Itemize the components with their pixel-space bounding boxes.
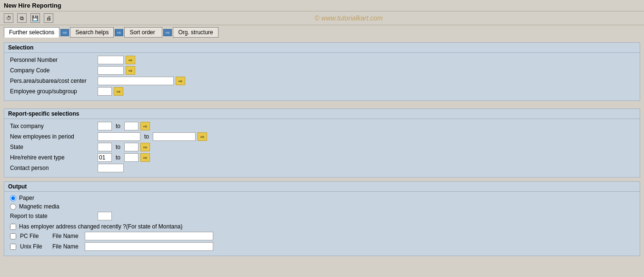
- print-icon[interactable]: 🖨: [44, 13, 53, 23]
- pers-area-row: Pers.area/subarea/cost center ⇨: [10, 77, 634, 85]
- main-content: Selection Personnel Number ⇨ Company Cod…: [0, 40, 644, 263]
- save-icon[interactable]: 💾: [30, 13, 40, 23]
- report-state-input[interactable]: [98, 212, 112, 220]
- new-employees-row: New employees in period to ⇨: [10, 132, 634, 141]
- hire-rehire-row: Hire/rehire event type to ⇨: [10, 153, 634, 162]
- new-employees-to-label: to: [144, 133, 149, 140]
- tab-sort-order-arrow: ⇨: [115, 29, 123, 36]
- personnel-number-nav-btn[interactable]: ⇨: [126, 56, 135, 64]
- employee-group-input[interactable]: [98, 87, 112, 96]
- new-employees-label: New employees in period: [10, 133, 96, 140]
- tab-further-selections[interactable]: Further selections: [4, 27, 59, 38]
- state-from-input[interactable]: [98, 143, 112, 151]
- pc-file-row: PC File File Name: [10, 232, 634, 240]
- company-code-input[interactable]: [98, 66, 124, 75]
- hire-rehire-to-input[interactable]: [124, 153, 139, 162]
- report-body: Tax company to ⇨ New employees in period…: [4, 119, 640, 177]
- employee-group-nav-btn[interactable]: ⇨: [114, 87, 123, 96]
- tax-company-label: Tax company: [10, 123, 96, 129]
- output-header: Output: [4, 182, 640, 192]
- output-body: Paper Magnetic media Report to state Has…: [4, 192, 640, 256]
- magnetic-label: Magnetic media: [19, 203, 59, 210]
- app-title: New Hire Reporting: [4, 2, 61, 9]
- contact-person-row: Contact person: [10, 164, 634, 172]
- new-employees-to-input[interactable]: [153, 132, 196, 141]
- tab-sort-order[interactable]: Sort order: [124, 27, 162, 38]
- title-bar: New Hire Reporting: [0, 0, 644, 11]
- tax-company-row: Tax company to ⇨: [10, 122, 634, 130]
- unix-file-row: Unix File File Name: [10, 242, 634, 251]
- state-label: State: [10, 144, 96, 150]
- tab-sort-order-label: Sort order: [129, 29, 155, 36]
- state-to-input[interactable]: [124, 143, 139, 151]
- pc-file-label: PC File: [20, 233, 49, 239]
- tabs-bar: Further selections ⇨ Search helps ⇨ Sort…: [0, 25, 644, 40]
- tab-further-selections-label: Further selections: [9, 29, 54, 36]
- pers-area-nav-btn[interactable]: ⇨: [176, 77, 185, 85]
- contact-person-input[interactable]: [98, 164, 124, 172]
- state-to-label: to: [116, 144, 120, 150]
- report-header: Report-specific selections: [4, 109, 640, 119]
- contact-person-label: Contact person: [10, 165, 96, 171]
- personnel-number-label: Personnel Number: [10, 57, 96, 63]
- paper-label: Paper: [19, 195, 34, 201]
- hire-rehire-label: Hire/rehire event type: [10, 154, 96, 161]
- selection-section: Selection Personnel Number ⇨ Company Cod…: [4, 42, 640, 101]
- personnel-number-row: Personnel Number ⇨: [10, 56, 634, 64]
- company-code-nav-btn[interactable]: ⇨: [126, 66, 135, 75]
- report-state-row: Report to state: [10, 212, 634, 220]
- selection-header: Selection: [4, 43, 640, 53]
- hire-rehire-nav-btn[interactable]: ⇨: [140, 153, 150, 162]
- unix-file-name-input[interactable]: [85, 242, 213, 251]
- paper-radio[interactable]: [10, 195, 16, 201]
- clock-icon[interactable]: ⏱: [4, 13, 13, 23]
- tax-company-to-input[interactable]: [124, 122, 139, 130]
- pc-file-name-label: File Name: [52, 233, 81, 239]
- selection-body: Personnel Number ⇨ Company Code ⇨ Pers.a…: [4, 53, 640, 100]
- tab-org-structure-arrow: ⇨: [163, 29, 172, 36]
- tab-search-helps-label: Search helps: [75, 29, 109, 36]
- tab-org-structure[interactable]: Org. structure: [173, 27, 218, 38]
- state-row: State to ⇨: [10, 143, 634, 151]
- copy-icon[interactable]: ⧉: [17, 13, 27, 23]
- paper-radio-row: Paper: [10, 195, 634, 201]
- magnetic-radio-row: Magnetic media: [10, 203, 634, 210]
- tab-org-structure-label: Org. structure: [178, 29, 213, 36]
- montana-checkbox[interactable]: [10, 224, 16, 230]
- pc-file-checkbox[interactable]: [10, 233, 16, 239]
- company-code-row: Company Code ⇨: [10, 66, 634, 75]
- montana-row: Has employer address changed recently ?(…: [10, 223, 634, 230]
- hire-rehire-from-input[interactable]: [98, 153, 112, 162]
- tax-company-to-label: to: [116, 123, 120, 129]
- state-nav-btn[interactable]: ⇨: [140, 143, 150, 151]
- new-employees-from-input[interactable]: [98, 132, 140, 141]
- tab-search-helps[interactable]: Search helps: [70, 27, 114, 38]
- tab-search-helps-arrow: ⇨: [60, 29, 69, 36]
- report-state-label: Report to state: [10, 213, 96, 219]
- pers-area-input[interactable]: [98, 77, 174, 85]
- unix-file-name-label: File Name: [52, 243, 81, 250]
- pers-area-label: Pers.area/subarea/cost center: [10, 78, 96, 84]
- employee-group-label: Employee group/subgroup: [10, 88, 96, 95]
- tax-company-nav-btn[interactable]: ⇨: [140, 122, 150, 130]
- pc-file-name-input[interactable]: [85, 232, 213, 240]
- tax-company-from-input[interactable]: [98, 122, 112, 130]
- montana-label: Has employer address changed recently ?(…: [19, 223, 183, 230]
- employee-group-row: Employee group/subgroup ⇨: [10, 87, 634, 96]
- report-section: Report-specific selections Tax company t…: [4, 109, 640, 178]
- watermark: © www.tutorialkart.com: [57, 14, 640, 22]
- output-section: Output Paper Magnetic media Report to st…: [4, 181, 640, 256]
- magnetic-radio[interactable]: [10, 204, 16, 210]
- hire-rehire-to-label: to: [116, 154, 120, 161]
- toolbar: ⏱ ⧉ 💾 🖨 © www.tutorialkart.com: [0, 11, 644, 25]
- unix-file-checkbox[interactable]: [10, 244, 16, 250]
- personnel-number-input[interactable]: [98, 56, 124, 64]
- company-code-label: Company Code: [10, 67, 96, 74]
- new-employees-nav-btn[interactable]: ⇨: [198, 132, 207, 141]
- unix-file-label: Unix File: [20, 243, 49, 250]
